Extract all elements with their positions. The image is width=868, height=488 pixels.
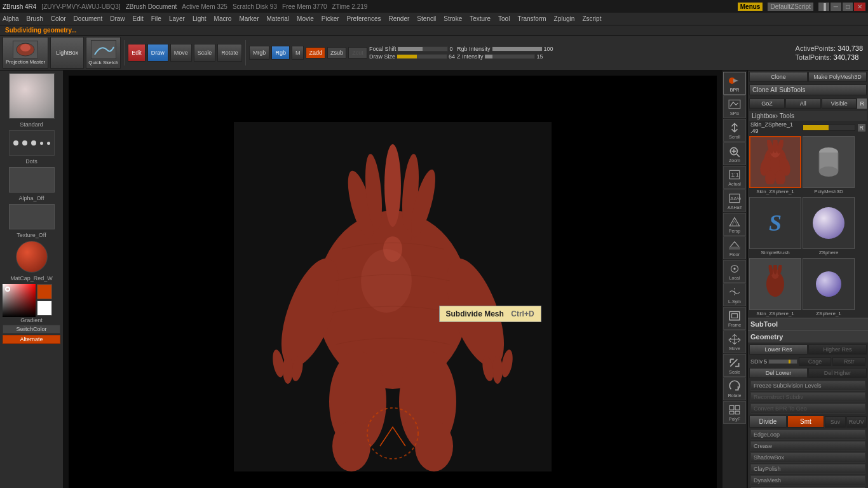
crease-btn[interactable]: Crease	[750, 441, 865, 451]
scale2-icon[interactable]: Scale	[723, 354, 746, 377]
menu-movie[interactable]: Movie	[297, 15, 314, 22]
claypolish-btn[interactable]: ClayPolish	[750, 464, 865, 474]
persp-icon[interactable]: Persp	[723, 213, 746, 236]
visible-btn[interactable]: Visible	[822, 98, 857, 109]
menu-file[interactable]: File	[151, 15, 161, 22]
texture-swatch[interactable]	[9, 204, 55, 229]
aahalf-icon[interactable]: AA½ AAHalf	[723, 189, 746, 212]
menu-transform[interactable]: Transform	[517, 15, 546, 22]
menu-edit[interactable]: Edit	[133, 15, 144, 22]
menu-brush[interactable]: Brush	[27, 15, 43, 22]
lightbox-tools-header[interactable]: Lightbox› Tools	[749, 111, 867, 121]
reconstruct-subdiv-btn[interactable]: Reconstruct Subdiv	[750, 392, 865, 402]
zadd-btn[interactable]: Zadd	[306, 47, 325, 58]
make-polymesh3d-btn[interactable]: Make PolyMesh3D	[808, 72, 867, 82]
rstr-btn[interactable]: Rstr	[832, 357, 865, 366]
skin-zsphere-slider-track[interactable]	[803, 125, 855, 131]
lower-res-btn[interactable]: Lower Res	[749, 344, 808, 355]
move-button[interactable]: Move	[170, 44, 192, 62]
convert-bpr-btn[interactable]: Convert BPR To Geo	[750, 403, 865, 414]
geometry-header[interactable]: Geometry	[748, 330, 868, 342]
alternate-btn[interactable]: Alternate	[3, 335, 60, 344]
menu-stroke[interactable]: Stroke	[444, 15, 462, 22]
freeze-subdiv-btn[interactable]: Freeze SubDivision Levels	[750, 381, 865, 391]
zsub-btn[interactable]: Zsub	[327, 47, 346, 58]
menu-color[interactable]: Color	[51, 15, 66, 22]
thumb-simplebrush[interactable]: S SimpleBrush	[749, 197, 801, 255]
divide-btn[interactable]: Divide	[749, 416, 787, 428]
menu-stencil[interactable]: Stencil	[417, 15, 436, 22]
switch-color-btn[interactable]: SwitchColor	[3, 325, 60, 334]
material-swatch[interactable]	[16, 241, 48, 273]
rotate2-icon[interactable]: Rotate	[723, 377, 746, 400]
menu-tool[interactable]: Tool	[498, 15, 510, 22]
thumb-zsphere-1[interactable]: ZSphere_1	[803, 258, 855, 316]
background-color[interactable]	[37, 301, 52, 316]
brush-swatch-standard[interactable]	[9, 73, 55, 119]
dynamesh-btn[interactable]: DynaMesh	[750, 475, 865, 485]
alpha-swatch[interactable]	[9, 167, 55, 193]
menu-document[interactable]: Document	[74, 15, 103, 22]
shadowbox-btn[interactable]: ShadowBox	[750, 452, 865, 463]
z-intensity-slider[interactable]	[484, 54, 535, 59]
cage-btn[interactable]: Cage	[799, 357, 832, 366]
default-script[interactable]: DefaultZScript	[768, 3, 813, 11]
thumb-polymesh3d[interactable]: PolyMesh3D	[803, 136, 855, 194]
brush-swatch-dots[interactable]	[9, 130, 55, 156]
spix-icon[interactable]: SPix	[723, 95, 746, 118]
higher-res-btn[interactable]: Higher Res	[808, 344, 867, 355]
color-gradient[interactable]	[3, 284, 36, 317]
suv-btn[interactable]: Suv	[825, 416, 845, 428]
thumb-zsphere[interactable]: ZSphere	[803, 197, 855, 255]
move2-icon[interactable]: Move	[723, 330, 746, 353]
rgb-intensity-slider[interactable]	[492, 46, 543, 51]
foreground-color[interactable]	[37, 284, 52, 299]
m-btn[interactable]: M	[292, 46, 304, 60]
projection-master-btn[interactable]: Projection Master	[3, 37, 48, 69]
frame-icon[interactable]: Frame	[723, 307, 746, 330]
floor-icon[interactable]: Floor	[723, 236, 746, 259]
rgb-btn[interactable]: Rgb	[271, 46, 290, 60]
del-higher-btn[interactable]: Del Higher	[808, 368, 867, 378]
menu-draw[interactable]: Draw	[110, 15, 125, 22]
bpr-icon[interactable]: BPR	[723, 72, 746, 95]
menu-light[interactable]: Light	[193, 15, 207, 22]
lightbox-btn[interactable]: LightBox	[50, 37, 84, 69]
menu-render[interactable]: Render	[389, 15, 410, 22]
thumb-skin-zsphere[interactable]: Skin_ZSphere_1	[749, 136, 801, 194]
clone-all-subtools-btn[interactable]: Clone All SubTools	[749, 85, 867, 95]
subtool-header[interactable]: SubTool	[748, 318, 868, 330]
menu-zscript[interactable]: Zscript	[582, 15, 601, 22]
goz-btn[interactable]: GoZ	[749, 98, 785, 109]
edgeloop-btn[interactable]: EdgeLoop	[750, 430, 865, 440]
thumb-skin-zsphere-small[interactable]: Skin_ZSphere_1	[749, 258, 801, 316]
lsym-icon[interactable]: L.Sym	[723, 283, 746, 306]
all-btn[interactable]: All	[785, 98, 821, 109]
menu-material[interactable]: Material	[267, 15, 290, 22]
edit-button[interactable]: Edit	[128, 44, 146, 62]
menu-layer[interactable]: Layer	[169, 15, 185, 22]
scroll-icon[interactable]: Scroll	[723, 119, 746, 142]
zcut-btn[interactable]: Zcut	[348, 47, 367, 58]
smt-btn[interactable]: Smt	[787, 416, 825, 428]
scale-button[interactable]: Scale	[194, 44, 216, 62]
menu-macro[interactable]: Macro	[214, 15, 232, 22]
clone-btn[interactable]: Clone	[749, 72, 808, 82]
local-icon[interactable]: Local	[723, 260, 746, 283]
sdiv-slider[interactable]	[768, 359, 797, 364]
menus-button[interactable]: Menus	[738, 3, 763, 11]
menu-zplugin[interactable]: Zplugin	[554, 15, 575, 22]
draw-button[interactable]: Draw	[147, 44, 168, 62]
reuv-btn[interactable]: ReUV	[846, 416, 867, 428]
polyf-icon[interactable]: PolyF	[723, 401, 746, 424]
menu-picker[interactable]: Picker	[322, 15, 339, 22]
window-controls[interactable]: ▐ ─ □ ✕	[818, 3, 865, 11]
actual-icon[interactable]: 1:1 Actual	[723, 166, 746, 189]
canvas-area[interactable]: Subdivide Mesh Ctrl+D ▲	[64, 71, 722, 488]
menu-marker[interactable]: Marker	[239, 15, 259, 22]
del-lower-btn[interactable]: Del Lower	[749, 368, 808, 378]
mrgb-btn[interactable]: Mrgb	[249, 46, 270, 60]
quick-sketch-btn[interactable]: Quick Sketch	[86, 37, 121, 69]
rotate-button[interactable]: Rotate	[217, 44, 242, 62]
menu-alpha[interactable]: Alpha	[3, 15, 19, 22]
